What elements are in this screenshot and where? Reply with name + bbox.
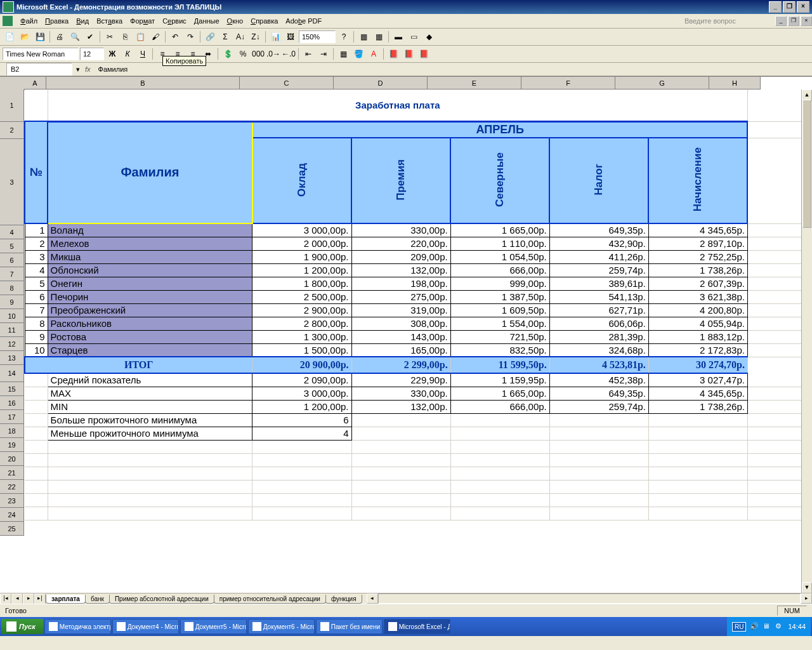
redo-button[interactable]: ↷	[183, 30, 197, 44]
menu-tools[interactable]: Сервис	[159, 15, 190, 27]
sheet-tab-3[interactable]: пример относительной адресации	[214, 595, 326, 604]
close-button[interactable]: ×	[797, 1, 809, 13]
row-header-9[interactable]: 9	[0, 295, 24, 309]
dec-indent-button[interactable]: ⇤	[301, 47, 315, 61]
row-header-11[interactable]: 11	[0, 323, 24, 337]
format-painter-button[interactable]: 🖌	[148, 30, 162, 44]
col-header-E[interactable]: E	[428, 77, 521, 90]
new-button[interactable]: 📄	[3, 30, 16, 44]
percent-button[interactable]: %	[236, 47, 250, 61]
row-header-19[interactable]: 19	[0, 438, 24, 452]
save-button[interactable]: 💾	[33, 30, 47, 44]
extra1-button[interactable]: ▦	[357, 30, 370, 44]
row-header-10[interactable]: 10	[0, 309, 24, 323]
borders-button[interactable]: ▦	[336, 47, 350, 61]
chart-button[interactable]: 📊	[268, 30, 282, 44]
col-header-B[interactable]: B	[46, 77, 240, 90]
zoom-select[interactable]: 150%	[299, 30, 336, 43]
sort-desc-button[interactable]: Z↓	[249, 30, 263, 44]
taskbar-item-1[interactable]: Документ4 - Microso...	[112, 619, 179, 634]
menu-edit[interactable]: Правка	[41, 15, 72, 27]
bold-button[interactable]: Ж	[105, 47, 119, 61]
row-header-3[interactable]: 3	[0, 139, 24, 225]
paste-button[interactable]: 📋	[133, 30, 147, 44]
row-header-13[interactable]: 13	[0, 351, 24, 365]
dec-decimal-button[interactable]: ←.0	[282, 47, 296, 61]
row-header-8[interactable]: 8	[0, 281, 24, 295]
open-button[interactable]: 📂	[18, 30, 32, 44]
row-header-21[interactable]: 21	[0, 466, 24, 480]
name-box[interactable]: B2	[6, 63, 72, 76]
tab-last-button[interactable]: ▸|	[34, 594, 46, 604]
col-header-F[interactable]: F	[521, 77, 615, 90]
help-button[interactable]: ?	[337, 30, 351, 44]
minimize-button[interactable]: _	[769, 1, 782, 13]
menu-format[interactable]: Формат	[126, 15, 159, 27]
menu-file[interactable]: ФФайлайл	[16, 15, 41, 27]
taskbar-item-5[interactable]: Microsoft Excel - Д...	[384, 619, 450, 634]
col-header-C[interactable]: C	[240, 77, 334, 90]
row-header-24[interactable]: 24	[0, 508, 24, 522]
table-row[interactable]: 6Печорин2 500,00р.275,00р.1 387,50р.541,…	[25, 290, 802, 303]
sheet-tab-1[interactable]: банк	[85, 595, 110, 604]
font-name-select[interactable]: Times New Roman	[3, 48, 79, 60]
taskbar-item-0[interactable]: Методичка электро...	[44, 619, 111, 634]
font-color-button[interactable]: A	[367, 47, 381, 61]
row-header-25[interactable]: 25	[0, 522, 24, 536]
col-header-A[interactable]: A	[24, 77, 46, 90]
extra5-button[interactable]: ◆	[422, 30, 436, 44]
table-row[interactable]: 10Старцев1 500,00р.165,00р.832,50р.324,6…	[25, 343, 802, 357]
row-header-5[interactable]: 5	[0, 239, 24, 253]
sort-asc-button[interactable]: A↓	[233, 30, 247, 44]
inc-indent-button[interactable]: ⇥	[317, 47, 331, 61]
extra4-button[interactable]: ▭	[407, 30, 421, 44]
vertical-scrollbar[interactable]: ▲ ▼	[801, 90, 812, 594]
sheet-tab-2[interactable]: Пример абсолютной адресации	[109, 595, 214, 604]
preview-button[interactable]: 🔍	[68, 30, 82, 44]
taskbar-item-4[interactable]: Пакет без имени - A...	[316, 619, 383, 634]
col-header-G[interactable]: G	[615, 77, 709, 90]
restore-button[interactable]: ❐	[783, 1, 796, 13]
undo-button[interactable]: ↶	[168, 30, 182, 44]
inc-decimal-button[interactable]: .0→	[266, 47, 280, 61]
tab-next-button[interactable]: ▸	[23, 594, 34, 604]
col-header-H[interactable]: H	[709, 77, 761, 90]
hyperlink-button[interactable]: 🔗	[203, 30, 217, 44]
extra2-button[interactable]: ▦	[372, 30, 386, 44]
sheet-tab-0[interactable]: зарплата	[46, 595, 86, 604]
row-header-4[interactable]: 4	[0, 225, 24, 239]
tab-first-button[interactable]: |◂	[0, 594, 11, 604]
row-header-22[interactable]: 22	[0, 480, 24, 494]
menu-help[interactable]: Справка	[247, 15, 282, 27]
comma-button[interactable]: 000	[251, 47, 265, 61]
menu-adobe[interactable]: Adobe PDF	[282, 15, 325, 27]
row-header-18[interactable]: 18	[0, 424, 24, 438]
vscroll-thumb[interactable]	[802, 100, 811, 228]
row-header-17[interactable]: 17	[0, 410, 24, 424]
row-header-2[interactable]: 2	[0, 122, 24, 139]
menu-insert[interactable]: Вставка	[93, 15, 126, 27]
underline-button[interactable]: Ч	[136, 47, 150, 61]
menu-data[interactable]: Данные	[190, 15, 223, 27]
table-row[interactable]: 7Преображенский2 900,00р.319,00р.1 609,5…	[25, 303, 802, 317]
tray-icon-1[interactable]: 🔊	[750, 622, 759, 631]
row-header-1[interactable]: 1	[0, 90, 24, 122]
extra3-button[interactable]: ▬	[391, 30, 405, 44]
drawing-button[interactable]: 🖼	[284, 30, 298, 44]
table-row[interactable]: 3Микша1 900,00р.209,00р.1 054,50р.411,26…	[25, 250, 802, 263]
cells-grid[interactable]: Заработная плата№ФамилияАПРЕЛЬОкладПреми…	[24, 90, 802, 594]
table-row[interactable]: 8Раскольников2 800,00р.308,00р.1 554,00р…	[25, 317, 802, 330]
row-header-20[interactable]: 20	[0, 452, 24, 466]
print-button[interactable]: 🖨	[53, 30, 67, 44]
tray-icon-2[interactable]: 🖥	[763, 622, 771, 631]
hscroll-left-arrow[interactable]: ◂	[367, 594, 378, 604]
pdf2-button[interactable]: 📕	[402, 47, 416, 61]
doc-restore-button[interactable]: ❐	[788, 16, 799, 26]
scroll-down-arrow[interactable]: ▼	[802, 582, 812, 594]
pdf1-button[interactable]: 📕	[386, 47, 400, 61]
select-all-corner[interactable]	[0, 77, 25, 90]
row-header-12[interactable]: 12	[0, 337, 24, 351]
menu-view[interactable]: Вид	[72, 15, 93, 27]
table-row[interactable]: 5Онегин1 800,00р.198,00р.999,00р.389,61р…	[25, 277, 802, 290]
tray-icon-3[interactable]: ⚙	[775, 622, 784, 631]
